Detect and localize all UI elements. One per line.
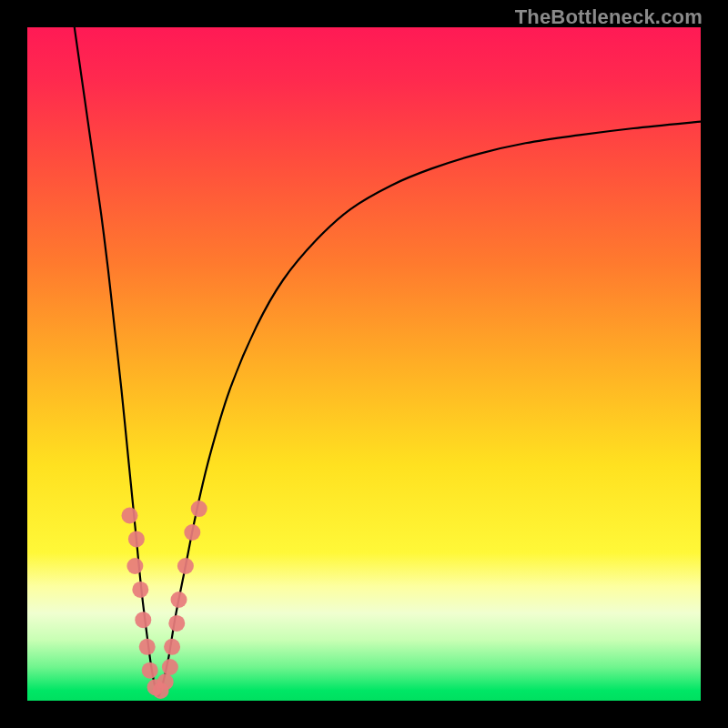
data-point-marker (126, 558, 143, 574)
curve-layer (27, 27, 701, 701)
plot-area (27, 27, 701, 701)
data-point-marker (121, 508, 137, 524)
data-point-marker (191, 500, 207, 517)
data-point-marker (184, 524, 200, 541)
data-point-marker (164, 639, 180, 655)
data-point-marker (168, 615, 185, 632)
data-point-marker (162, 659, 178, 675)
data-point-marker (142, 662, 158, 679)
data-point-marker (132, 581, 148, 598)
data-point-marker (135, 612, 151, 628)
data-point-marker (177, 558, 194, 574)
data-point-marker (139, 639, 156, 655)
curve-right-branch (158, 122, 701, 696)
data-point-marker (171, 592, 187, 608)
chart-frame: TheBottleneck.com (0, 0, 728, 728)
data-point-marker (128, 531, 145, 547)
data-point-marker (157, 673, 174, 690)
watermark-text: TheBottleneck.com (515, 5, 703, 29)
curve-left-branch (75, 27, 159, 696)
